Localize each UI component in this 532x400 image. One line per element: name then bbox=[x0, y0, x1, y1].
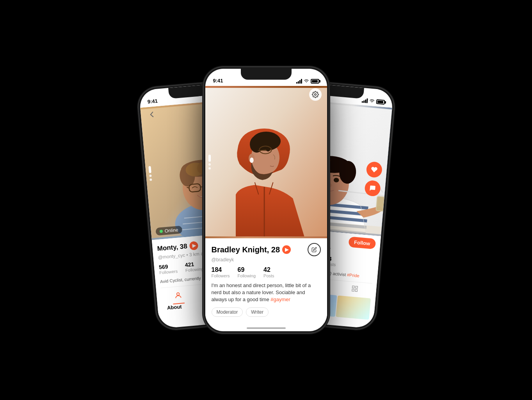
settings-button[interactable] bbox=[309, 88, 322, 101]
online-text-left: Online bbox=[164, 227, 178, 234]
svg-point-17 bbox=[176, 293, 179, 295]
edit-button[interactable] bbox=[308, 243, 321, 256]
svg-rect-61 bbox=[352, 286, 354, 288]
svg-point-25 bbox=[314, 94, 316, 96]
name-row-center: Bradley Knight, 28 ▶ bbox=[212, 243, 321, 256]
back-button-left[interactable] bbox=[146, 109, 157, 120]
like-button-right[interactable] bbox=[366, 161, 383, 178]
battery-icon-right bbox=[376, 99, 385, 105]
bio-center: I'm an honest and direct person, little … bbox=[212, 282, 321, 304]
name-center: Bradley Knight, 28 bbox=[212, 245, 280, 254]
svg-rect-63 bbox=[352, 289, 354, 291]
profile-info-center: Bradley Knight, 28 ▶ @bradleyk 184 Follo… bbox=[205, 238, 327, 323]
wifi-icon-center bbox=[304, 79, 309, 84]
svg-point-32 bbox=[266, 148, 270, 152]
signal-icon-center bbox=[296, 79, 302, 84]
svg-rect-62 bbox=[355, 286, 358, 289]
fab-group-right bbox=[364, 161, 383, 197]
verified-icon-left: ▶ bbox=[189, 241, 198, 250]
nav-about-left[interactable] bbox=[169, 289, 187, 302]
status-icons-center bbox=[296, 79, 319, 84]
tag-moderator: Moderator bbox=[212, 307, 243, 317]
battery-icon-center bbox=[311, 79, 319, 84]
time-center: 9:41 bbox=[213, 78, 223, 84]
status-icons-right bbox=[361, 98, 385, 105]
svg-rect-64 bbox=[355, 289, 357, 292]
username-center: @bradleyk bbox=[212, 257, 321, 262]
notch-center bbox=[241, 69, 292, 80]
chat-button-right[interactable] bbox=[364, 180, 381, 196]
dots-center bbox=[208, 155, 211, 170]
home-indicator-center bbox=[247, 327, 286, 329]
svg-rect-43 bbox=[376, 196, 385, 211]
stats-center: 184 Followers 69 Following 42 Posts bbox=[212, 266, 321, 278]
grid-photo-3[interactable] bbox=[336, 296, 370, 320]
tag-writer: Writer bbox=[246, 307, 269, 317]
verified-icon-center: ▶ bbox=[282, 245, 291, 254]
follow-button-right[interactable]: Follow bbox=[348, 236, 376, 249]
online-dot-left bbox=[159, 230, 163, 233]
nav-grid-right[interactable] bbox=[346, 283, 363, 295]
signal-icon-right bbox=[361, 98, 368, 103]
svg-line-11 bbox=[200, 187, 203, 187]
time-left: 9:41 bbox=[147, 98, 158, 105]
profile-photo-center bbox=[205, 86, 327, 238]
wifi-icon-right bbox=[369, 99, 375, 104]
name-left: Monty, 38 bbox=[157, 242, 187, 253]
svg-point-31 bbox=[250, 157, 254, 163]
tags-center: Moderator Writer bbox=[212, 307, 321, 317]
phone-center: 9:41 bbox=[204, 67, 329, 333]
